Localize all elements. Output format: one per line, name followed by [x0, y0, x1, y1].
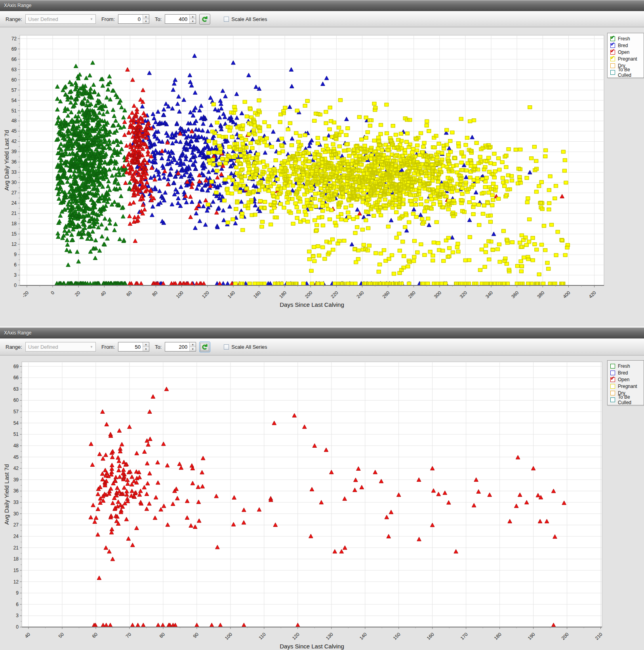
- checkmark-icon: ✔: [610, 42, 615, 47]
- from-spinner: ▲ ▼: [118, 14, 149, 24]
- scale-all-series[interactable]: Scale All Series: [224, 16, 267, 22]
- legend-item-bred[interactable]: Bred: [610, 369, 640, 376]
- refresh-icon: ↻: [201, 16, 209, 22]
- scatter-chart: 0369121518212427303336394245485154576063…: [0, 27, 644, 327]
- series-legend: ✔Fresh✔Bred✔Open✔PregnantDryTo Be Culled: [607, 33, 644, 78]
- svg-text:36: 36: [11, 159, 17, 165]
- svg-text:90: 90: [192, 631, 200, 639]
- spin-up-icon[interactable]: ▲: [143, 342, 149, 347]
- svg-text:50: 50: [57, 631, 65, 639]
- svg-text:160: 160: [426, 631, 435, 641]
- legend-checkbox-fresh[interactable]: ✔: [610, 36, 615, 41]
- legend-checkbox-pregnant[interactable]: [610, 384, 615, 389]
- legend-checkbox-bred[interactable]: ✔: [610, 43, 615, 48]
- svg-text:60: 60: [11, 77, 17, 83]
- scatter-chart: 0369121518212427303336394245485154576063…: [0, 355, 644, 650]
- svg-text:9: 9: [14, 252, 17, 257]
- svg-text:39: 39: [13, 477, 19, 483]
- legend-item-fresh[interactable]: Fresh: [610, 363, 640, 369]
- svg-text:18: 18: [13, 556, 19, 562]
- checkmark-icon: ✔: [610, 376, 615, 381]
- svg-text:40: 40: [24, 631, 32, 639]
- svg-text:48: 48: [11, 118, 17, 124]
- refresh-button[interactable]: ↻: [199, 14, 210, 25]
- spin-down-icon[interactable]: ▼: [190, 347, 196, 352]
- range-label: Range:: [6, 16, 22, 22]
- svg-text:69: 69: [13, 364, 19, 369]
- range-dropdown[interactable]: User Defined ▼: [25, 342, 96, 352]
- to-spinner: ▲ ▼: [165, 342, 196, 352]
- legend-label: Bred: [618, 370, 628, 376]
- toolbar: Range: User Defined ▼ From: ▲ ▼ To: ▲ ▼ …: [0, 338, 644, 355]
- series-legend: FreshBred✔OpenPregnantDryTo Be Culled: [607, 360, 644, 405]
- svg-text:170: 170: [459, 631, 469, 641]
- scale-all-series-label: Scale All Series: [231, 16, 267, 22]
- svg-text:120: 120: [291, 631, 301, 641]
- scale-all-series-checkbox[interactable]: [224, 344, 229, 350]
- legend-item-fresh[interactable]: ✔Fresh: [610, 35, 640, 42]
- legend-checkbox-fresh[interactable]: [610, 364, 615, 369]
- svg-text:57: 57: [11, 87, 17, 93]
- y-axis-title: Avg Daily Yield Last 7d: [3, 464, 10, 525]
- svg-text:42: 42: [11, 139, 17, 144]
- legend-label: To Be Culled: [618, 394, 640, 405]
- legend-item-open[interactable]: ✔Open: [610, 49, 640, 55]
- spin-down-icon[interactable]: ▼: [190, 19, 196, 24]
- from-label: From:: [101, 344, 115, 350]
- spin-down-icon[interactable]: ▼: [143, 19, 149, 24]
- from-input[interactable]: [118, 342, 143, 351]
- legend-checkbox-open[interactable]: ✔: [610, 377, 615, 382]
- legend-item-pregnant[interactable]: Pregnant: [610, 383, 640, 390]
- svg-text:12: 12: [13, 579, 19, 585]
- legend-item-to-be-culled[interactable]: To Be Culled: [610, 69, 640, 76]
- range-dropdown-value: User Defined: [26, 16, 58, 22]
- spin-up-icon[interactable]: ▲: [190, 15, 196, 19]
- svg-text:70: 70: [125, 631, 133, 639]
- svg-text:33: 33: [13, 500, 19, 505]
- legend-item-bred[interactable]: ✔Bred: [610, 42, 640, 49]
- legend-checkbox-open[interactable]: ✔: [610, 50, 615, 55]
- legend-checkbox-to-be-culled[interactable]: [610, 70, 615, 75]
- legend-checkbox-to-be-culled[interactable]: [610, 397, 615, 402]
- refresh-button[interactable]: ↻: [199, 342, 210, 352]
- legend-label: Fresh: [618, 36, 630, 42]
- legend-item-to-be-culled[interactable]: To Be Culled: [610, 396, 640, 403]
- legend-checkbox-bred[interactable]: [610, 371, 615, 375]
- legend-label: Open: [618, 49, 629, 55]
- legend-checkbox-pregnant[interactable]: ✔: [610, 57, 615, 61]
- svg-text:42: 42: [13, 466, 19, 471]
- legend-checkbox-dry[interactable]: [610, 391, 615, 395]
- svg-text:39: 39: [11, 149, 17, 154]
- scale-all-series-checkbox[interactable]: [224, 17, 229, 22]
- svg-text:180: 180: [493, 631, 503, 641]
- svg-text:30: 30: [11, 180, 17, 185]
- legend-label: Fresh: [618, 363, 630, 369]
- svg-text:400: 400: [562, 290, 572, 299]
- spin-up-icon[interactable]: ▲: [143, 15, 149, 19]
- spin-up-icon[interactable]: ▲: [190, 342, 196, 347]
- to-input[interactable]: [165, 15, 189, 23]
- to-input[interactable]: [165, 342, 189, 351]
- scale-all-series[interactable]: Scale All Series: [224, 344, 267, 350]
- svg-text:320: 320: [459, 290, 468, 299]
- range-dropdown[interactable]: User Defined ▼: [25, 14, 96, 24]
- svg-text:48: 48: [13, 443, 19, 449]
- svg-text:160: 160: [252, 290, 262, 299]
- from-input[interactable]: [118, 15, 143, 23]
- legend-label: Open: [618, 377, 629, 382]
- checkmark-icon: ✔: [610, 35, 615, 40]
- svg-text:140: 140: [358, 631, 368, 641]
- svg-text:340: 340: [484, 290, 494, 299]
- legend-item-pregnant[interactable]: ✔Pregnant: [610, 55, 640, 62]
- svg-text:210: 210: [594, 631, 604, 641]
- legend-checkbox-dry[interactable]: [610, 63, 615, 68]
- x-axis-title: Days Since Last Calving: [280, 301, 344, 308]
- svg-text:100: 100: [224, 631, 233, 641]
- svg-text:3: 3: [14, 272, 17, 278]
- svg-text:150: 150: [392, 631, 402, 641]
- chart-area: 0369121518212427303336394245485154576063…: [0, 27, 644, 327]
- legend-item-open[interactable]: ✔Open: [610, 376, 640, 383]
- svg-text:33: 33: [11, 169, 17, 175]
- svg-text:6: 6: [16, 602, 19, 607]
- spin-down-icon[interactable]: ▼: [143, 347, 149, 352]
